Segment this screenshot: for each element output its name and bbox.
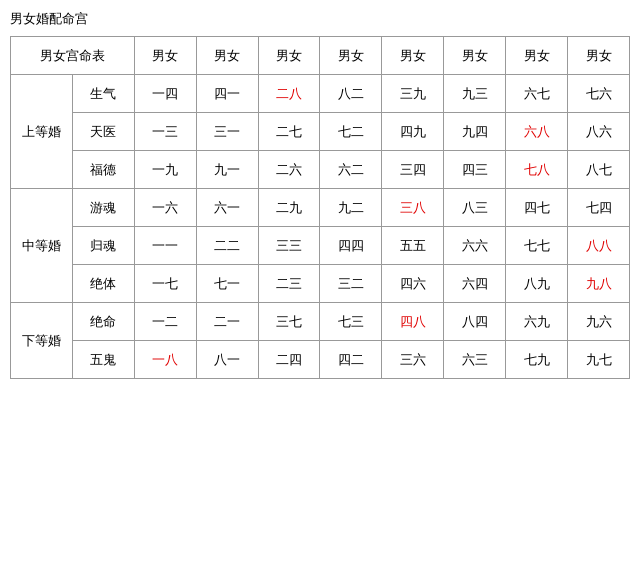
table-cell: 一四: [134, 75, 196, 113]
table-cell: 二八: [258, 75, 320, 113]
table-cell: 七四: [568, 189, 630, 227]
sub-label: 游魂: [72, 189, 134, 227]
table-cell: 一一: [134, 227, 196, 265]
marriage-table: 男女宫命表 男女 男女 男女 男女 男女 男女 男女 男女 上等婚生气一四四一二…: [10, 36, 630, 379]
table-cell: 二四: [258, 341, 320, 379]
table-cell: 八一: [196, 341, 258, 379]
sub-label: 生气: [72, 75, 134, 113]
table-cell: 六九: [506, 303, 568, 341]
table-cell: 三九: [382, 75, 444, 113]
table-cell: 八八: [568, 227, 630, 265]
table-cell: 八六: [568, 113, 630, 151]
table-cell: 二六: [258, 151, 320, 189]
group-label: 中等婚: [11, 189, 73, 303]
table-cell: 四三: [444, 151, 506, 189]
group-label: 上等婚: [11, 75, 73, 189]
table-cell: 二三: [258, 265, 320, 303]
table-cell: 七八: [506, 151, 568, 189]
table-cell: 一九: [134, 151, 196, 189]
table-cell: 四七: [506, 189, 568, 227]
table-cell: 七一: [196, 265, 258, 303]
sub-label: 福德: [72, 151, 134, 189]
table-header-row: 男女宫命表 男女 男女 男女 男女 男女 男女 男女 男女: [11, 37, 630, 75]
table-cell: 一二: [134, 303, 196, 341]
table-cell: 五五: [382, 227, 444, 265]
table-cell: 九二: [320, 189, 382, 227]
table-cell: 七三: [320, 303, 382, 341]
col-header-8: 男女: [568, 37, 630, 75]
table-cell: 九四: [444, 113, 506, 151]
col-header-4: 男女: [320, 37, 382, 75]
table-cell: 四一: [196, 75, 258, 113]
table-cell: 六一: [196, 189, 258, 227]
col-header-2: 男女: [196, 37, 258, 75]
table-cell: 七九: [506, 341, 568, 379]
sub-label: 绝命: [72, 303, 134, 341]
col-header-7: 男女: [506, 37, 568, 75]
table-cell: 二七: [258, 113, 320, 151]
table-corner: 男女宫命表: [11, 37, 135, 75]
table-cell: 一六: [134, 189, 196, 227]
table-cell: 九一: [196, 151, 258, 189]
table-cell: 九七: [568, 341, 630, 379]
table-row: 下等婚绝命一二二一三七七三四八八四六九九六: [11, 303, 630, 341]
table-row: 天医一三三一二七七二四九九四六八八六: [11, 113, 630, 151]
table-cell: 七六: [568, 75, 630, 113]
table-row: 归魂一一二二三三四四五五六六七七八八: [11, 227, 630, 265]
col-header-3: 男女: [258, 37, 320, 75]
table-cell: 四六: [382, 265, 444, 303]
table-cell: 八二: [320, 75, 382, 113]
col-header-5: 男女: [382, 37, 444, 75]
table-row: 绝体一七七一二三三二四六六四八九九八: [11, 265, 630, 303]
table-row: 上等婚生气一四四一二八八二三九九三六七七六: [11, 75, 630, 113]
table-cell: 三八: [382, 189, 444, 227]
table-cell: 六八: [506, 113, 568, 151]
table-cell: 四二: [320, 341, 382, 379]
table-cell: 六三: [444, 341, 506, 379]
table-cell: 三七: [258, 303, 320, 341]
table-cell: 七七: [506, 227, 568, 265]
page-title: 男女婚配命宫: [10, 10, 630, 28]
table-cell: 六四: [444, 265, 506, 303]
table-cell: 三一: [196, 113, 258, 151]
sub-label: 归魂: [72, 227, 134, 265]
table-cell: 四九: [382, 113, 444, 151]
group-label: 下等婚: [11, 303, 73, 379]
table-cell: 二一: [196, 303, 258, 341]
table-cell: 六七: [506, 75, 568, 113]
table-cell: 四八: [382, 303, 444, 341]
table-cell: 八九: [506, 265, 568, 303]
table-cell: 八四: [444, 303, 506, 341]
table-cell: 八七: [568, 151, 630, 189]
table-cell: 一八: [134, 341, 196, 379]
table-cell: 三四: [382, 151, 444, 189]
table-cell: 八三: [444, 189, 506, 227]
table-cell: 九三: [444, 75, 506, 113]
col-header-6: 男女: [444, 37, 506, 75]
table-cell: 四四: [320, 227, 382, 265]
table-row: 中等婚游魂一六六一二九九二三八八三四七七四: [11, 189, 630, 227]
col-header-1: 男女: [134, 37, 196, 75]
table-cell: 六二: [320, 151, 382, 189]
table-cell: 三六: [382, 341, 444, 379]
table-cell: 二二: [196, 227, 258, 265]
table-cell: 一三: [134, 113, 196, 151]
sub-label: 五鬼: [72, 341, 134, 379]
table-cell: 二九: [258, 189, 320, 227]
table-cell: 九八: [568, 265, 630, 303]
table-cell: 三三: [258, 227, 320, 265]
table-row: 福德一九九一二六六二三四四三七八八七: [11, 151, 630, 189]
table-cell: 七二: [320, 113, 382, 151]
table-cell: 六六: [444, 227, 506, 265]
table-cell: 三二: [320, 265, 382, 303]
table-cell: 九六: [568, 303, 630, 341]
table-row: 五鬼一八八一二四四二三六六三七九九七: [11, 341, 630, 379]
sub-label: 绝体: [72, 265, 134, 303]
sub-label: 天医: [72, 113, 134, 151]
table-cell: 一七: [134, 265, 196, 303]
